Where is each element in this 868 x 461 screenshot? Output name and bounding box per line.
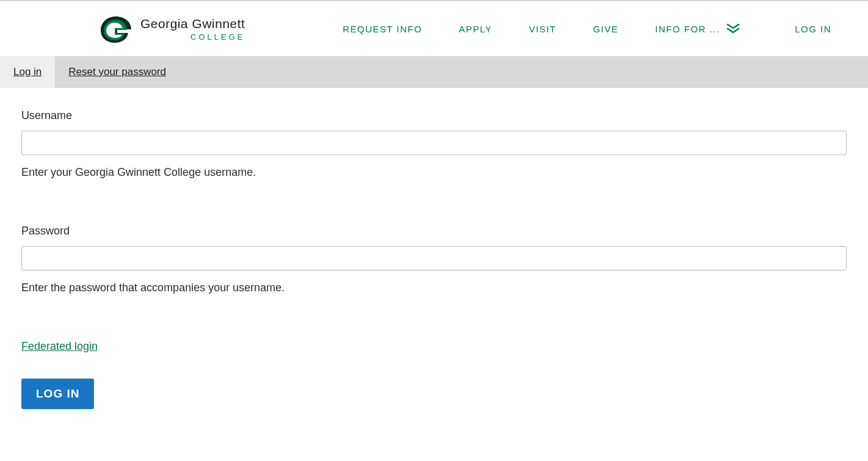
nav-info-for-label: INFO FOR ... (655, 24, 720, 34)
tab-login[interactable]: Log in (0, 56, 55, 88)
chevron-double-down-icon (726, 24, 740, 34)
logo-main-text: Georgia Gwinnett (140, 16, 245, 31)
nav-info-for[interactable]: INFO FOR ... (655, 24, 739, 34)
nav-apply[interactable]: APPLY (459, 24, 493, 34)
nav-login-link[interactable]: LOG IN (795, 24, 831, 34)
username-input[interactable] (21, 131, 847, 155)
nav-give[interactable]: GIVE (593, 24, 618, 34)
site-header: Georgia Gwinnett COLLEGE REQUEST INFO AP… (0, 1, 868, 56)
logo-sub-text: COLLEGE (140, 32, 245, 42)
logo-g-icon (98, 13, 134, 44)
username-label: Username (21, 109, 847, 122)
login-form: Username Enter your Georgia Gwinnett Col… (0, 88, 868, 430)
password-input[interactable] (21, 246, 847, 270)
federated-login-link[interactable]: Federated login (21, 340, 98, 353)
main-nav: REQUEST INFO APPLY VISIT GIVE INFO FOR .… (294, 24, 850, 34)
password-field-group: Password Enter the password that accompa… (21, 225, 847, 294)
tabs-bar: Log in Reset your password (0, 56, 868, 88)
password-help: Enter the password that accompanies your… (21, 281, 847, 294)
logo-text: Georgia Gwinnett COLLEGE (140, 16, 245, 42)
nav-request-info[interactable]: REQUEST INFO (342, 24, 422, 34)
login-submit-button[interactable]: LOG IN (21, 379, 94, 409)
username-help: Enter your Georgia Gwinnett College user… (21, 166, 847, 179)
logo[interactable]: Georgia Gwinnett COLLEGE (98, 13, 245, 44)
username-field-group: Username Enter your Georgia Gwinnett Col… (21, 109, 847, 179)
nav-visit[interactable]: VISIT (529, 24, 556, 34)
tab-reset-password[interactable]: Reset your password (55, 56, 179, 88)
password-label: Password (21, 225, 847, 238)
